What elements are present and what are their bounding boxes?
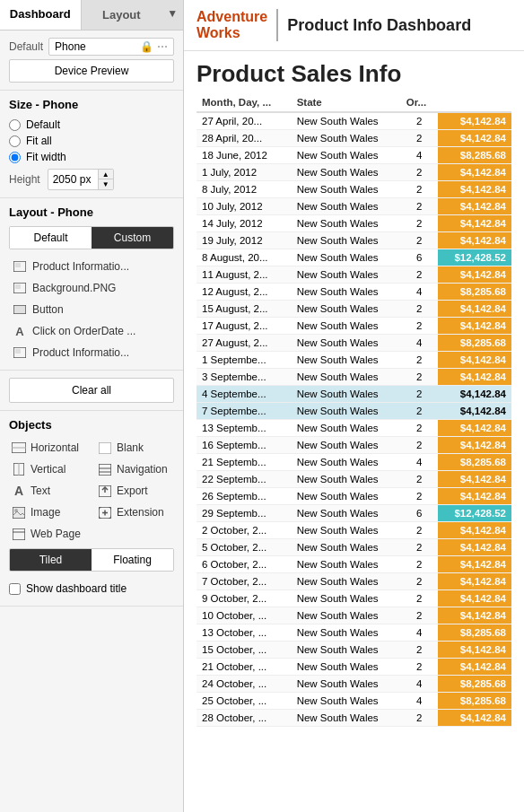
size-default-radio[interactable] xyxy=(9,119,21,131)
obj-blank[interactable]: Blank xyxy=(95,439,174,457)
table-row[interactable]: 3 Septembe...New South Wales2$4,142.84 xyxy=(196,369,511,386)
table-row[interactable]: 14 July, 2012New South Wales2$4,142.84 xyxy=(196,215,511,232)
table-row[interactable]: 25 October, ...New South Wales4$8,285.68 xyxy=(196,693,511,710)
cell-state: New South Wales xyxy=(292,130,401,147)
table-row[interactable]: 7 Septembe...New South Wales2$4,142.84 xyxy=(196,403,511,420)
table-row[interactable]: 7 October, 2...New South Wales2$4,142.84 xyxy=(196,573,511,590)
tiled-button[interactable]: Tiled xyxy=(10,549,92,571)
size-fitall-label[interactable]: Fit all xyxy=(26,135,52,147)
col-header-amount[interactable] xyxy=(438,93,512,112)
cell-date: 25 October, ... xyxy=(196,693,292,710)
table-row[interactable]: 27 August, 2...New South Wales4$8,285.68 xyxy=(196,335,511,352)
table-row[interactable]: 12 August, 2...New South Wales4$8,285.68 xyxy=(196,284,511,301)
obj-extension[interactable]: Extension xyxy=(95,503,174,521)
table-row[interactable]: 24 October, ...New South Wales4$8,285.68 xyxy=(196,676,511,693)
table-row[interactable]: 18 June, 2012New South Wales4$8,285.68 xyxy=(196,147,511,164)
size-fitwidth-label[interactable]: Fit width xyxy=(26,151,66,163)
cell-order: 4 xyxy=(401,284,438,301)
dashboard-title: Product Info Dashboard xyxy=(287,16,471,35)
table-row[interactable]: 28 April, 20...New South Wales2$4,142.84 xyxy=(196,130,511,147)
table-row[interactable]: 15 August, 2...New South Wales2$4,142.84 xyxy=(196,301,511,318)
height-row: Height ▲ ▼ xyxy=(9,169,174,190)
table-row[interactable]: 27 April, 20...New South Wales2$4,142.84 xyxy=(196,112,511,130)
size-default-label[interactable]: Default xyxy=(26,118,60,131)
aw-logo-text: Adventure Works xyxy=(196,9,267,40)
table-row[interactable]: 29 Septemb...New South Wales6$12,428.52 xyxy=(196,505,511,522)
obj-webpage[interactable]: Web Page xyxy=(9,525,88,543)
obj-horizontal[interactable]: Horizontal xyxy=(9,439,88,457)
table-row[interactable]: 13 Septemb...New South Wales2$4,142.84 xyxy=(196,420,511,437)
table-row[interactable]: 8 August, 20...New South Wales6$12,428.5… xyxy=(196,249,511,266)
table-row[interactable]: 26 Septemb...New South Wales2$4,142.84 xyxy=(196,488,511,505)
table-row[interactable]: 16 Septemb...New South Wales2$4,142.84 xyxy=(196,437,511,454)
table-row[interactable]: 4 Septembe...New South Wales2$4,142.84 xyxy=(196,386,511,403)
default-toggle-btn[interactable]: Default xyxy=(10,227,92,249)
cell-state: New South Wales xyxy=(292,386,401,403)
table-row[interactable]: 28 October, ...New South Wales2$4,142.84 xyxy=(196,710,511,727)
show-title-checkbox[interactable] xyxy=(9,583,21,595)
table-row[interactable]: 5 October, 2...New South Wales2$4,142.84 xyxy=(196,539,511,556)
table-row[interactable]: 19 July, 2012New South Wales2$4,142.84 xyxy=(196,232,511,249)
cell-date: 24 October, ... xyxy=(196,676,292,693)
spin-up-button[interactable]: ▲ xyxy=(99,170,113,179)
layout-item-2[interactable]: Button xyxy=(9,300,174,319)
table-row[interactable]: 1 July, 2012New South Wales2$4,142.84 xyxy=(196,164,511,181)
svg-rect-12 xyxy=(99,464,111,476)
table-row[interactable]: 22 Septemb...New South Wales2$4,142.84 xyxy=(196,471,511,488)
table-row[interactable]: 15 October, ...New South Wales2$4,142.84 xyxy=(196,642,511,659)
tiled-floating-toggle: Tiled Floating xyxy=(9,548,174,572)
cell-state: New South Wales xyxy=(292,624,401,642)
table-row[interactable]: 1 Septembe...New South Wales2$4,142.84 xyxy=(196,352,511,369)
layout-item-1-icon xyxy=(13,281,27,295)
custom-toggle-btn[interactable]: Custom xyxy=(92,227,173,249)
table-row[interactable]: 2 October, 2...New South Wales2$4,142.84 xyxy=(196,522,511,539)
layout-item-1[interactable]: Background.PNG xyxy=(9,278,174,298)
more-icon[interactable]: ⋯ xyxy=(157,40,168,53)
table-row[interactable]: 6 October, 2...New South Wales2$4,142.84 xyxy=(196,556,511,573)
phone-selector[interactable]: Phone 🔒 ⋯ xyxy=(48,38,174,56)
table-row[interactable]: 21 October, ...New South Wales2$4,142.84 xyxy=(196,659,511,676)
table-row[interactable]: 11 August, 2...New South Wales2$4,142.84 xyxy=(196,266,511,284)
col-header-order[interactable]: Or... xyxy=(401,93,438,112)
navigation-label: Navigation xyxy=(117,463,168,476)
cell-date: 28 April, 20... xyxy=(196,130,292,147)
size-fitwidth-radio[interactable] xyxy=(9,152,21,163)
obj-vertical[interactable]: Vertical xyxy=(9,460,88,478)
obj-export[interactable]: Export xyxy=(95,482,174,500)
cell-amount: $4,142.84 xyxy=(438,710,512,727)
cell-order: 6 xyxy=(401,505,438,522)
cell-date: 1 Septembe... xyxy=(196,352,292,369)
obj-navigation[interactable]: Navigation xyxy=(95,460,174,478)
table-row[interactable]: 10 October, ...New South Wales2$4,142.84 xyxy=(196,607,511,624)
cell-amount: $8,285.68 xyxy=(438,284,512,301)
table-row[interactable]: 13 October, ...New South Wales4$8,285.68 xyxy=(196,624,511,642)
obj-text[interactable]: A Text xyxy=(9,482,88,500)
tab-dashboard[interactable]: Dashboard xyxy=(0,0,81,30)
show-title-label[interactable]: Show dashboard title xyxy=(26,582,127,595)
floating-button[interactable]: Floating xyxy=(92,549,173,571)
obj-image[interactable]: Image xyxy=(9,503,88,521)
default-custom-toggle: Default Custom xyxy=(9,226,174,249)
layout-item-4[interactable]: Product Informatio... xyxy=(9,343,174,362)
height-field[interactable] xyxy=(48,170,98,188)
size-fitall-radio[interactable] xyxy=(9,135,21,147)
table-row[interactable]: 8 July, 2012New South Wales2$4,142.84 xyxy=(196,181,511,198)
cell-date: 4 Septembe... xyxy=(196,386,292,403)
table-row[interactable]: 21 Septemb...New South Wales4$8,285.68 xyxy=(196,454,511,471)
navigation-icon xyxy=(98,462,112,476)
layout-item-0-icon xyxy=(13,259,27,274)
col-header-date[interactable]: Month, Day, ... xyxy=(196,93,292,112)
clear-all-button[interactable]: Clear all xyxy=(9,378,174,403)
layout-item-0[interactable]: Product Informatio... xyxy=(9,257,174,276)
table-row[interactable]: 10 July, 2012New South Wales2$4,142.84 xyxy=(196,198,511,215)
layout-dropdown-icon[interactable]: ▼ xyxy=(162,0,183,30)
size-phone-title: Size - Phone xyxy=(9,98,174,111)
tab-layout[interactable]: Layout xyxy=(82,0,162,30)
device-preview-button[interactable]: Device Preview xyxy=(9,59,174,83)
layout-item-3[interactable]: A Click on OrderDate ... xyxy=(9,321,174,341)
table-row[interactable]: 9 October, 2...New South Wales2$4,142.84 xyxy=(196,590,511,607)
table-row[interactable]: 17 August, 2...New South Wales2$4,142.84 xyxy=(196,318,511,335)
col-header-state[interactable]: State xyxy=(292,93,401,112)
spin-down-button[interactable]: ▼ xyxy=(99,179,113,189)
clear-section: Clear all xyxy=(0,371,183,411)
